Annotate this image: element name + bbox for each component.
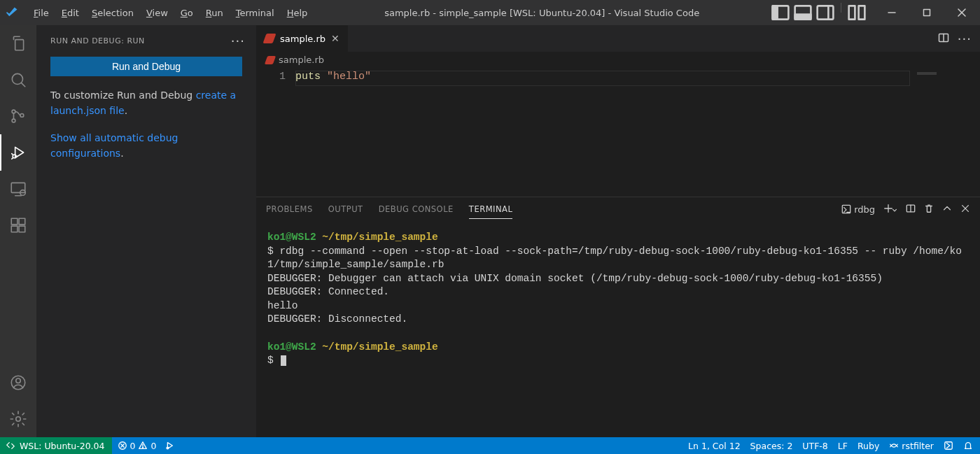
terminal-profile-selector[interactable]: rdbg [841, 204, 875, 215]
activity-remote-explorer-icon[interactable] [0, 171, 36, 207]
split-editor-icon[interactable] [938, 32, 949, 45]
activity-settings-icon[interactable] [0, 401, 36, 437]
minimap[interactable] [911, 68, 980, 197]
activity-bar [0, 25, 36, 437]
new-terminal-icon[interactable] [883, 204, 897, 215]
panel-tabs: PROBLEMS OUTPUT DEBUG CONSOLE TERMINAL r… [256, 197, 980, 221]
panel-tab-debug-console[interactable]: DEBUG CONSOLE [379, 200, 454, 218]
close-tab-icon[interactable]: ✕ [331, 33, 340, 44]
sidebar-showall-text: Show all automatic debug configurations. [50, 130, 242, 162]
activity-accounts-icon[interactable] [0, 364, 36, 401]
breadcrumb-item: sample.rb [279, 55, 324, 65]
menu-view[interactable]: View [141, 3, 174, 22]
svg-point-46 [143, 447, 144, 448]
ruby-file-icon [265, 56, 276, 64]
svg-rect-4 [818, 6, 834, 19]
panel-tab-output[interactable]: OUTPUT [328, 200, 363, 218]
run-sidebar: RUN AND DEBUG: RUN ··· Run and Debug To … [36, 25, 256, 437]
panel-tab-problems[interactable]: PROBLEMS [266, 200, 313, 218]
menu-file[interactable]: File [28, 3, 55, 22]
status-debug-icon[interactable] [164, 441, 174, 451]
maximize-panel-icon[interactable] [942, 204, 952, 215]
menu-help[interactable]: Help [281, 3, 314, 22]
breadcrumb[interactable]: sample.rb [256, 52, 980, 68]
sidebar-title: RUN AND DEBUG: RUN [50, 36, 145, 45]
show-all-configs-link[interactable]: Show all automatic debug configurations [50, 132, 178, 159]
main-menu: File Edit Selection View Go Run Terminal… [28, 3, 313, 22]
title-bar: File Edit Selection View Go Run Terminal… [0, 0, 980, 25]
status-cursor-position[interactable]: Ln 1, Col 12 [688, 441, 741, 451]
kill-terminal-icon[interactable] [924, 204, 934, 215]
status-encoding[interactable]: UTF-8 [802, 441, 827, 451]
toggle-panel-icon[interactable] [793, 3, 813, 22]
svg-rect-1 [773, 6, 778, 19]
terminal-cursor [281, 355, 286, 366]
svg-rect-28 [19, 218, 25, 225]
toggle-secondary-sidebar-icon[interactable] [816, 3, 835, 22]
window-title: sample.rb - simple_sample [WSL: Ubuntu-2… [313, 8, 771, 18]
status-language[interactable]: Ruby [858, 441, 879, 451]
svg-rect-26 [11, 226, 18, 232]
activity-source-control-icon[interactable] [0, 98, 36, 134]
minimize-button[interactable] [876, 0, 907, 25]
status-bar: WSL: Ubuntu-20.04 0 0 Ln 1, Col 12 Space… [0, 437, 980, 454]
editor-tabs: sample.rb ✕ ··· [256, 25, 980, 52]
sidebar-customize-text: To customize Run and Debug create a laun… [50, 87, 242, 119]
activity-extensions-icon[interactable] [0, 207, 36, 243]
status-indentation[interactable]: Spaces: 2 [750, 441, 793, 451]
svg-rect-27 [19, 226, 25, 232]
activity-explorer-icon[interactable] [0, 25, 36, 62]
sidebar-more-icon[interactable]: ··· [231, 34, 245, 48]
code-line: puts "hello" [295, 68, 371, 197]
status-ext-rstfilter[interactable]: rstfilter [889, 441, 934, 451]
status-feedback-icon[interactable] [944, 441, 953, 451]
run-and-debug-button[interactable]: Run and Debug [50, 57, 242, 76]
svg-line-20 [12, 158, 13, 159]
svg-line-13 [21, 83, 24, 86]
line-number: 1 [256, 68, 295, 197]
svg-rect-6 [849, 6, 855, 19]
menu-go[interactable]: Go [175, 3, 199, 22]
svg-rect-22 [11, 183, 25, 192]
panel-tab-terminal[interactable]: TERMINAL [469, 200, 512, 219]
svg-rect-9 [924, 10, 930, 16]
svg-rect-49 [945, 442, 953, 450]
tab-sample-rb[interactable]: sample.rb ✕ [256, 25, 349, 52]
editor-more-icon[interactable]: ··· [958, 31, 972, 46]
svg-point-30 [16, 378, 21, 383]
status-notifications-icon[interactable] [963, 441, 973, 451]
split-terminal-icon[interactable] [906, 204, 916, 215]
activity-run-debug-icon[interactable] [0, 134, 36, 171]
remote-indicator[interactable]: WSL: Ubuntu-20.04 [0, 437, 112, 454]
code-editor[interactable]: 1 puts "hello" [256, 68, 980, 197]
svg-line-19 [12, 154, 13, 155]
maximize-button[interactable] [911, 0, 942, 25]
svg-rect-3 [795, 15, 811, 20]
menu-edit[interactable]: Edit [56, 3, 85, 22]
svg-point-31 [16, 417, 21, 422]
menu-terminal[interactable]: Terminal [230, 3, 280, 22]
ruby-file-icon [262, 34, 276, 43]
tab-label: sample.rb [280, 34, 326, 44]
menu-selection[interactable]: Selection [86, 3, 139, 22]
close-panel-icon[interactable] [960, 204, 970, 215]
svg-rect-7 [859, 6, 865, 19]
sidebar-header: RUN AND DEBUG: RUN ··· [36, 25, 256, 54]
window-controls [876, 0, 977, 25]
main-area: RUN AND DEBUG: RUN ··· Run and Debug To … [0, 25, 980, 437]
vscode-logo-icon [0, 6, 24, 19]
terminal-output[interactable]: ko1@WSL2 ~/tmp/simple_sample $ rdbg --co… [256, 221, 980, 371]
bottom-panel: PROBLEMS OUTPUT DEBUG CONSOLE TERMINAL r… [256, 197, 980, 437]
menu-run[interactable]: Run [200, 3, 229, 22]
editor-area: sample.rb ✕ ··· sample.rb 1 puts "hello"… [256, 25, 980, 437]
layout-controls [771, 3, 867, 22]
toggle-primary-sidebar-icon[interactable] [771, 3, 790, 22]
svg-rect-25 [11, 218, 18, 225]
status-problems[interactable]: 0 0 [118, 441, 157, 451]
current-line-highlight [295, 71, 910, 86]
customize-layout-icon[interactable] [847, 3, 867, 22]
status-eol[interactable]: LF [838, 441, 848, 451]
close-button[interactable] [946, 0, 977, 25]
activity-search-icon[interactable] [0, 62, 36, 98]
